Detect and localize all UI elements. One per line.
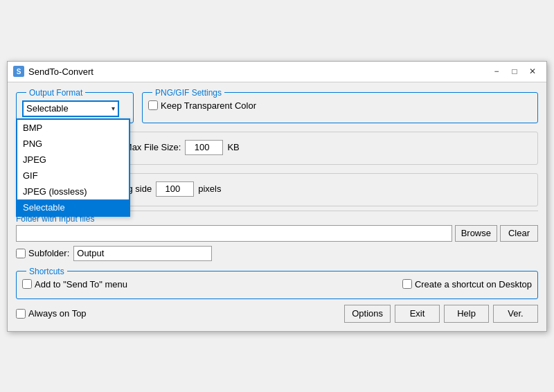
dropdown-item-png[interactable]: PNG xyxy=(17,136,129,152)
app-icon: S xyxy=(13,66,24,77)
shortcuts-section: Shortcuts Add to "Send To" menu Create a… xyxy=(16,267,538,299)
shortcuts-legend: Shortcuts xyxy=(26,267,67,276)
bottom-row: Always on Top Options Exit Help Ver. xyxy=(16,305,538,323)
pixels-input[interactable] xyxy=(156,181,194,197)
folder-input[interactable] xyxy=(16,225,452,242)
browse-button[interactable]: Browse xyxy=(455,225,497,242)
options-button[interactable]: Options xyxy=(344,305,391,323)
title-bar: S SendTo-Convert − □ ✕ xyxy=(8,62,546,82)
png-gif-legend: PNG/GIF Settings xyxy=(152,88,224,98)
keep-transparent-label[interactable]: Keep Transparent Color xyxy=(148,100,532,111)
format-select-display[interactable]: Selectable ▾ xyxy=(22,100,119,117)
window-title: SendTo-Convert xyxy=(28,66,93,77)
folder-input-row: Browse Clear xyxy=(16,225,538,242)
max-file-size-text: Max File Size: xyxy=(125,142,181,152)
subfolder-checkbox-label[interactable]: Subfolder: xyxy=(16,248,69,258)
bottom-buttons: Options Exit Help Ver. xyxy=(344,305,538,323)
desktop-shortcut-checkbox[interactable] xyxy=(402,279,412,289)
close-button[interactable]: ✕ xyxy=(524,64,541,79)
shortcuts-row: Add to "Send To" menu Create a shortcut … xyxy=(22,279,532,289)
ver-button[interactable]: Ver. xyxy=(493,305,538,323)
dropdown-item-jpeg[interactable]: JPEG xyxy=(17,152,129,168)
dropdown-arrow-icon: ▾ xyxy=(111,105,115,112)
subfolder-row: Subfolder: xyxy=(16,246,538,261)
keep-transparent-text: Keep Transparent Color xyxy=(161,100,256,111)
title-controls: − □ ✕ xyxy=(488,64,541,79)
subfolder-text: Subfolder: xyxy=(28,248,69,258)
send-to-label[interactable]: Add to "Send To" menu xyxy=(22,279,127,289)
send-to-text: Add to "Send To" menu xyxy=(35,279,127,289)
help-button[interactable]: Help xyxy=(444,305,489,323)
desktop-shortcut-text: Create a shortcut on Desktop xyxy=(415,279,532,289)
keep-transparent-checkbox[interactable] xyxy=(148,100,158,110)
format-dropdown: BMP PNG JPEG GIF JPEG (lossless) Selecta… xyxy=(16,118,130,217)
png-gif-section: PNG/GIF Settings Keep Transparent Color xyxy=(142,88,538,123)
pixels-label: pixels xyxy=(198,184,221,194)
title-bar-left: S SendTo-Convert xyxy=(13,66,93,77)
dropdown-item-jpeg-lossless[interactable]: JPEG (lossless) xyxy=(17,184,129,199)
always-on-top-checkbox[interactable] xyxy=(16,309,26,319)
subfolder-input[interactable] xyxy=(73,246,212,261)
minimize-button[interactable]: − xyxy=(488,64,505,79)
format-select-value: Selectable xyxy=(26,103,69,114)
dropdown-item-selectable[interactable]: Selectable xyxy=(17,199,129,215)
dropdown-item-gif[interactable]: GIF xyxy=(17,168,129,184)
send-to-checkbox[interactable] xyxy=(22,279,32,289)
desktop-shortcut-label[interactable]: Create a shortcut on Desktop xyxy=(402,279,532,289)
main-content: Output Format Selectable ▾ PNG/GIF Setti… xyxy=(8,82,546,331)
always-on-top-label[interactable]: Always on Top xyxy=(16,308,87,319)
clear-button[interactable]: Clear xyxy=(500,225,538,242)
dropdown-item-bmp[interactable]: BMP xyxy=(17,120,129,136)
maximize-button[interactable]: □ xyxy=(506,64,523,79)
kb-label: KB xyxy=(227,142,239,152)
max-file-size-input[interactable] xyxy=(185,140,223,155)
output-format-legend: Output Format xyxy=(26,88,85,98)
always-on-top-text: Always on Top xyxy=(28,308,87,319)
subfolder-checkbox[interactable] xyxy=(16,249,26,258)
exit-button[interactable]: Exit xyxy=(395,305,440,323)
main-window: S SendTo-Convert − □ ✕ Output Format Sel… xyxy=(7,61,547,332)
